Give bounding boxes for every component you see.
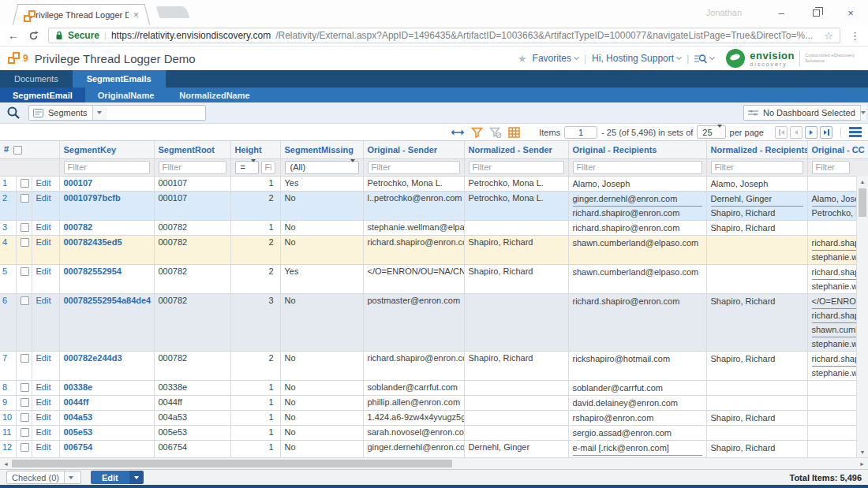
col-header-segmentmissing[interactable]: SegmentMissing [280,141,363,158]
select-all-checkbox[interactable] [13,146,22,155]
browser-tab[interactable]: Privilege Thread Logger D × [17,4,145,25]
edit-link[interactable]: Edit [36,266,51,276]
subtab-normalizedname[interactable]: NormalizedName [166,88,262,102]
row-checkbox[interactable] [21,179,29,188]
dashboard-selector[interactable]: No Dashboard Selected [743,105,862,121]
prev-page-button[interactable] [790,126,803,139]
page-number-input[interactable] [564,126,597,139]
vertical-scroll-thumb[interactable] [859,188,866,217]
segment-key-link[interactable]: 000782552954a84de4 [64,296,152,305]
segment-key-link[interactable]: 000782552954 [64,266,122,276]
row-checkbox[interactable] [21,383,29,392]
col-header-original-cc[interactable]: Original - CC [807,141,868,158]
filter-segmentroot[interactable] [159,161,226,174]
row-checkbox[interactable] [21,443,29,452]
row-checkbox[interactable] [21,354,29,363]
row-checkbox[interactable] [21,223,29,232]
row-checkbox[interactable] [21,398,29,407]
filter-original-sender[interactable] [368,161,460,174]
minimize-icon[interactable]: – [764,7,799,19]
clear-filter-icon[interactable] [489,127,502,138]
browser-menu-icon[interactable]: ⋮ [850,30,860,42]
resize-columns-icon[interactable] [451,129,465,136]
segment-key-link[interactable]: 000107 [64,178,93,188]
first-page-button[interactable] [775,126,788,139]
edit-link[interactable]: Edit [36,222,51,232]
col-header-normalized-sender[interactable]: Normalized - Sender [464,141,568,158]
horizontal-scroll-thumb[interactable] [12,460,452,468]
edit-link[interactable]: Edit [36,397,51,407]
page-size-select[interactable]: 25 [697,125,725,139]
scroll-left-icon[interactable]: ◄ [0,458,12,469]
col-header-height[interactable]: Height [230,141,280,158]
segment-key-link[interactable]: 00338e [64,382,93,392]
search-icon[interactable] [6,106,21,120]
grid-view-icon[interactable] [508,127,520,138]
height-filter-operator[interactable]: = [235,161,259,174]
row-checkbox[interactable] [21,267,29,276]
reload-icon[interactable] [28,31,39,41]
last-page-button[interactable] [820,126,832,139]
filter-normalized-sender[interactable] [469,161,564,174]
edit-link[interactable]: Edit [36,296,51,305]
tab-close-icon[interactable]: × [133,10,139,20]
edit-link[interactable]: Edit [36,353,51,363]
restore-icon[interactable] [799,7,833,19]
segment-key-link[interactable]: 0044ff [64,397,89,407]
back-icon[interactable]: ← [8,29,19,42]
horizontal-scrollbar[interactable]: ◄ ► [0,457,868,469]
col-header-original-sender[interactable]: Original - Sender [363,141,464,158]
view-selector[interactable]: Segments [28,105,206,121]
filter-segmentkey[interactable] [64,161,150,174]
segment-key-link[interactable]: 000782 [64,222,93,232]
scroll-down-icon[interactable]: ▼ [857,446,868,457]
edit-link[interactable]: Edit [36,442,51,452]
subtab-originalname[interactable]: OriginalName [85,88,167,102]
tab-segmentemails[interactable]: SegmentEmails [73,70,166,88]
subtab-segmentemail[interactable]: SegmentEmail [0,88,85,102]
edit-link[interactable]: Edit [36,178,51,188]
filter-original-recipients[interactable] [573,161,702,174]
scroll-right-icon[interactable]: ► [856,458,868,469]
url-bar[interactable]: Secure | https://relativity.envisiondisc… [48,28,840,43]
col-header-original-recipients[interactable]: Original - Recipients [568,141,706,158]
col-header-segmentkey[interactable]: SegmentKey [59,141,154,158]
quick-search-menu[interactable] [694,54,714,64]
segment-key-link[interactable]: 000782e244d3 [64,353,122,363]
browser-profile-name[interactable]: Jonathan [706,8,742,17]
col-header-segmentroot[interactable]: SegmentRoot [154,141,230,158]
col-header-normalized-recipients[interactable]: Normalized - Recipients [706,141,807,158]
filter-original-cc[interactable] [812,161,850,174]
segment-key-link[interactable]: 000782435ed5 [64,237,122,247]
next-page-button[interactable] [805,126,817,139]
mass-edit-button[interactable]: Edit [91,471,144,484]
vertical-scrollbar[interactable]: ▲ ▼ [856,176,868,457]
edit-link[interactable]: Edit [36,193,51,203]
filter-normalized-recipients[interactable] [711,161,803,174]
user-menu[interactable]: Hi, Hosting Support [592,53,681,64]
row-checkbox[interactable] [21,428,29,437]
segment-key-link[interactable]: 004a53 [64,412,93,422]
edit-link[interactable]: Edit [36,382,51,392]
segment-key-link[interactable]: 005e53 [64,427,93,437]
filter-segmentmissing[interactable]: (All) [285,161,359,174]
row-checkbox[interactable] [21,194,29,203]
edit-link[interactable]: Edit [36,237,51,247]
close-icon[interactable]: × [833,7,868,19]
scroll-up-icon[interactable]: ▲ [857,176,868,187]
segment-key-link[interactable]: 00010797bcfb [64,193,121,203]
favorites-menu[interactable]: Favorites [533,53,578,64]
list-menu-icon[interactable] [849,127,862,137]
row-checkbox[interactable] [21,238,29,247]
checked-scope-select[interactable]: Checked (0) [6,471,81,484]
row-checkbox[interactable] [21,413,29,422]
filter-icon[interactable] [471,127,483,138]
segment-key-link[interactable]: 006754 [64,442,93,452]
row-checkbox[interactable] [21,296,29,305]
filter-height[interactable] [261,161,275,174]
new-tab-button[interactable] [156,6,190,18]
tab-documents[interactable]: Documents [0,70,73,88]
bookmark-star-icon[interactable]: ☆ [824,30,833,42]
edit-link[interactable]: Edit [36,412,51,422]
edit-link[interactable]: Edit [36,427,51,437]
